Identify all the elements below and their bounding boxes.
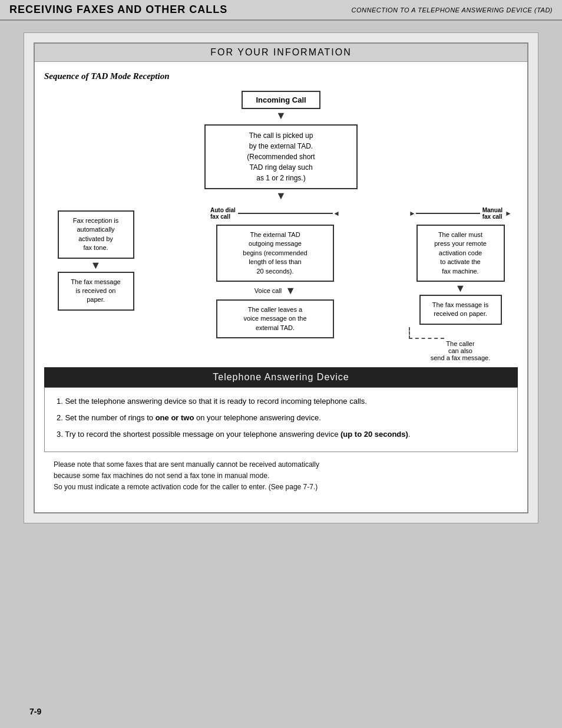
auto-dial-label: Auto dialfax call	[210, 207, 236, 220]
tad-instruction-1: 1. Set the telephone answering device so…	[57, 395, 505, 408]
manual-fax-label: Manualfax call	[482, 207, 503, 220]
tad-instruction-3: 3. Try to record the shortest possible m…	[57, 428, 505, 441]
arrow-down-voice: ▼	[285, 285, 296, 296]
arrow-down-left: ▼	[91, 260, 101, 271]
dashed-line	[409, 327, 444, 339]
page-body: FOR YOUR INFORMATION Sequence of TAD Mod…	[24, 32, 538, 523]
fax-reception-box: Fax reception isautomaticallyactivated b…	[58, 210, 134, 259]
arrow-down-1: ▼	[276, 110, 286, 121]
page-number: 7-9	[29, 707, 41, 716]
header-right-title: CONNECTION TO A TELEPHONE ANSWERING DEVI…	[352, 6, 553, 14]
arrow-right-2: ►	[505, 209, 512, 218]
left-column: Fax reception isautomaticallyactivated b…	[50, 205, 141, 311]
right-column: ► Manualfax call ► The caller mustpress …	[409, 205, 512, 361]
caller-leaves-box: The caller leaves avoice message on thee…	[216, 299, 334, 338]
fax-received-box: The fax message isreceived on paper.	[419, 295, 502, 325]
sequence-title: Sequence of TAD Mode Reception	[44, 71, 518, 81]
arrow-right-1: ►	[409, 209, 416, 218]
incoming-call-box: Incoming Call	[242, 91, 320, 109]
fax-message-paper-box: The fax messageis received onpaper.	[58, 272, 134, 311]
info-box: FOR YOUR INFORMATION Sequence of TAD Mod…	[34, 42, 528, 513]
arrow-down-2: ▼	[276, 190, 286, 201]
voice-call-row: Voice call ▼	[254, 284, 296, 297]
arrow-down-right: ▼	[455, 283, 466, 294]
tad-pickup-box: The call is picked upby the external TAD…	[204, 124, 358, 189]
footnote: Please note that some faxes that are sen…	[54, 459, 508, 493]
info-box-title: FOR YOUR INFORMATION	[35, 44, 527, 62]
arrow-left-1: ◄	[333, 209, 340, 218]
page-header: RECEIVING FAXES AND OTHER CALLS CONNECTI…	[0, 0, 562, 21]
center-column: Auto dialfax call ◄ The external TADoutg…	[210, 205, 340, 338]
header-left-title: RECEIVING FAXES AND OTHER CALLS	[9, 4, 227, 16]
tad-instructions: 1. Set the telephone answering device so…	[44, 387, 518, 452]
tad-message-box: The external TADoutgoing messagebegins (…	[216, 225, 334, 282]
caller-can-also: The callercan alsosend a fax message.	[431, 340, 491, 361]
caller-must-box: The caller mustpress your remoteactivati…	[416, 225, 505, 282]
voice-call-label: Voice call	[254, 287, 282, 294]
tad-instruction-2: 2. Set the number of rings to one or two…	[57, 411, 505, 424]
flowchart: Incoming Call ▼ The call is picked upby …	[44, 91, 518, 361]
tad-section-title: Telephone Answering Device	[44, 367, 518, 387]
